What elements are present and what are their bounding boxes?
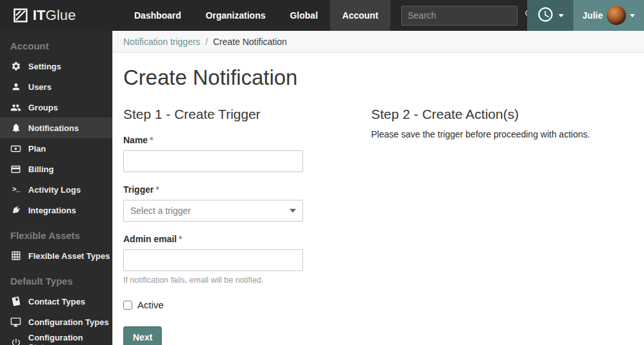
step2-section: Step 2 - Create Action(s) Please save th… xyxy=(371,107,633,345)
sidebar-item-label: Users xyxy=(28,82,51,92)
banknote-icon xyxy=(10,143,21,154)
required-asterisk: * xyxy=(150,135,153,145)
sidebar-item-groups[interactable]: Groups xyxy=(0,97,112,118)
sidebar-item-notifications[interactable]: Notifications xyxy=(0,118,112,138)
grid-icon xyxy=(10,251,21,261)
sidebar-item-label: Billing xyxy=(28,164,54,174)
breadcrumb-current: Create Notification xyxy=(213,37,287,47)
step1-section: Step 1 - Create Trigger Name* Trigger* S… xyxy=(123,107,371,345)
clock-icon xyxy=(537,6,554,26)
admin-email-help: If notification fails, email will be not… xyxy=(123,276,371,285)
sidebar-item-label: Configuration Statuses xyxy=(28,333,112,345)
step1-heading: Step 1 - Create Trigger xyxy=(123,107,371,122)
chevron-down-icon xyxy=(630,14,635,17)
active-checkbox[interactable] xyxy=(123,301,132,310)
sidebar-item-label: Plan xyxy=(28,144,46,154)
avatar xyxy=(607,6,626,25)
page-title: Create Notification xyxy=(123,66,633,90)
nav-account[interactable]: Account xyxy=(330,0,390,31)
sidebar-header-default-types: Default Types xyxy=(0,266,112,291)
primary-nav: Dashboard Organizations Global Account xyxy=(122,0,390,31)
monitor-icon xyxy=(10,317,21,328)
chevron-down-icon xyxy=(559,14,564,17)
name-field-group: Name* xyxy=(123,135,371,172)
step2-heading: Step 2 - Create Action(s) xyxy=(371,107,633,122)
terminal-icon: >_ xyxy=(10,184,21,195)
group-icon xyxy=(10,102,21,113)
brand-text: ITGlue xyxy=(33,7,76,24)
required-asterisk: * xyxy=(155,184,159,195)
sidebar-item-contact-types[interactable]: Contact Types xyxy=(0,291,112,312)
user-menu[interactable]: Julie xyxy=(573,0,644,31)
itglue-logo[interactable]: ITGlue xyxy=(0,0,112,31)
sidebar-item-plan[interactable]: Plan xyxy=(0,138,112,159)
sidebar-item-users[interactable]: Users xyxy=(0,76,112,97)
sidebar-item-label: Configuration Types xyxy=(28,317,109,327)
credit-card-icon xyxy=(10,164,21,175)
gear-icon xyxy=(10,61,21,72)
breadcrumb-separator: / xyxy=(205,37,208,47)
trigger-select-value: Select a trigger xyxy=(130,206,191,216)
breadcrumb: Notification triggers / Create Notificat… xyxy=(112,31,644,53)
user-icon xyxy=(10,82,21,93)
sidebar-item-configuration-statuses[interactable]: Configuration Statuses xyxy=(0,332,112,345)
required-asterisk: * xyxy=(178,234,182,244)
book-icon xyxy=(10,296,21,307)
active-label: Active xyxy=(137,299,164,310)
admin-email-input[interactable] xyxy=(123,249,303,271)
sidebar-item-billing[interactable]: Billing xyxy=(0,159,112,179)
sidebar-item-label: Groups xyxy=(28,103,58,112)
bell-icon xyxy=(10,123,21,134)
sidebar-header-account: Account xyxy=(0,31,112,56)
breadcrumb-link-notification-triggers[interactable]: Notification triggers xyxy=(123,37,200,47)
main-content: Notification triggers / Create Notificat… xyxy=(112,31,644,345)
sidebar-item-settings[interactable]: Settings xyxy=(0,56,112,76)
name-input[interactable] xyxy=(123,150,303,172)
user-name: Julie xyxy=(582,10,603,21)
sidebar: Account Settings Users Groups Notificati… xyxy=(0,31,112,345)
trigger-select[interactable]: Select a trigger xyxy=(123,200,303,222)
plug-icon xyxy=(10,205,21,216)
sidebar-item-label: Integrations xyxy=(28,206,76,215)
trigger-field-group: Trigger* Select a trigger xyxy=(123,184,371,222)
sidebar-item-label: Contact Types xyxy=(28,297,85,306)
nav-organizations[interactable]: Organizations xyxy=(193,0,277,31)
admin-email-field-group: Admin email* If notification fails, emai… xyxy=(123,234,371,285)
sidebar-item-label: Flexible Asset Types xyxy=(28,251,110,261)
nav-dashboard[interactable]: Dashboard xyxy=(122,0,193,31)
search-box[interactable] xyxy=(401,6,518,26)
sidebar-header-flexible-assets: Flexible Assets xyxy=(0,220,112,245)
power-icon xyxy=(10,337,21,345)
sidebar-item-label: Notifications xyxy=(28,123,79,133)
itglue-logo-icon xyxy=(13,8,28,23)
admin-email-label: Admin email* xyxy=(123,234,371,244)
name-label: Name* xyxy=(123,135,371,145)
sidebar-item-label: Activity Logs xyxy=(28,185,81,195)
sidebar-item-flexible-asset-types[interactable]: Flexible Asset Types xyxy=(0,245,112,266)
trigger-label: Trigger* xyxy=(123,184,371,195)
sidebar-item-label: Settings xyxy=(28,62,61,71)
active-checkbox-row: Active xyxy=(123,299,371,310)
next-button[interactable]: Next xyxy=(123,326,162,345)
sidebar-item-configuration-types[interactable]: Configuration Types xyxy=(0,312,112,332)
sidebar-item-integrations[interactable]: Integrations xyxy=(0,200,112,220)
step2-note: Please save the trigger before proceedin… xyxy=(371,129,633,139)
nav-global[interactable]: Global xyxy=(277,0,330,31)
search-input[interactable] xyxy=(408,10,524,21)
top-navbar: ITGlue Dashboard Organizations Global Ac… xyxy=(0,0,644,31)
chevron-down-icon xyxy=(290,209,296,213)
sidebar-item-activity-logs[interactable]: >_ Activity Logs xyxy=(0,179,112,200)
recent-activity-menu[interactable] xyxy=(527,0,573,31)
